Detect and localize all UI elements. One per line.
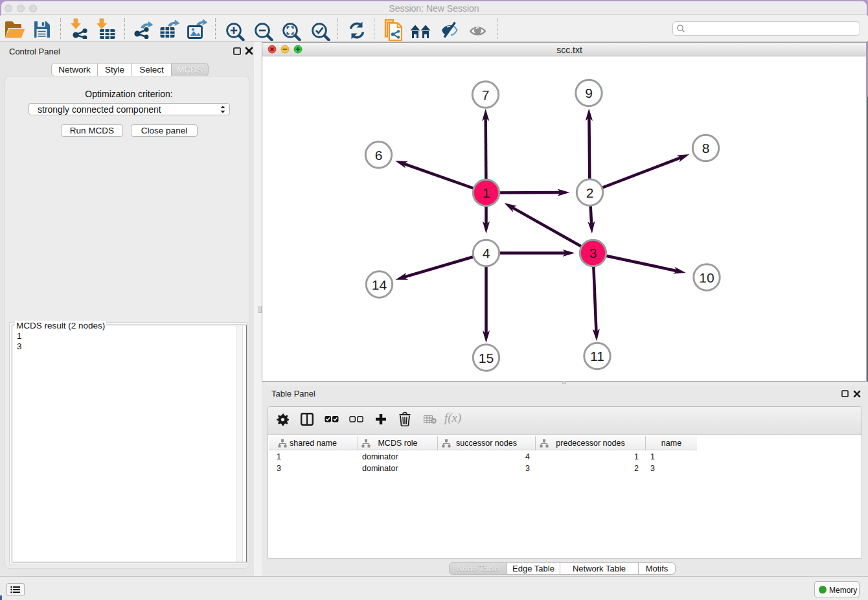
- svg-text:4: 4: [483, 246, 490, 260]
- svg-text:1: 1: [483, 185, 490, 200]
- svg-text:8: 8: [702, 141, 710, 156]
- svg-text:15: 15: [479, 351, 494, 365]
- svg-text:11: 11: [590, 349, 604, 363]
- svg-text:2: 2: [586, 185, 594, 200]
- svg-text:10: 10: [699, 270, 714, 285]
- svg-text:7: 7: [482, 87, 490, 102]
- svg-text:3: 3: [589, 246, 597, 260]
- svg-text:14: 14: [372, 277, 387, 292]
- svg-text:9: 9: [585, 86, 593, 100]
- svg-text:6: 6: [375, 148, 383, 163]
